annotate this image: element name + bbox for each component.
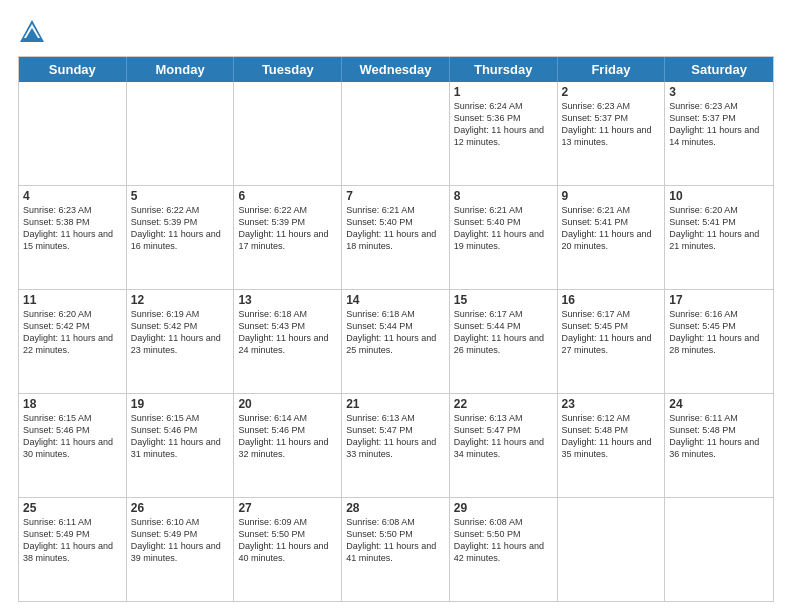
day-number: 18 <box>23 397 122 411</box>
day-number: 14 <box>346 293 445 307</box>
day-number: 7 <box>346 189 445 203</box>
cal-header-tuesday: Tuesday <box>234 57 342 82</box>
cal-day-16: 16Sunrise: 6:17 AM Sunset: 5:45 PM Dayli… <box>558 290 666 393</box>
day-info: Sunrise: 6:21 AM Sunset: 5:40 PM Dayligh… <box>454 204 553 253</box>
cal-header-monday: Monday <box>127 57 235 82</box>
cal-day-2: 2Sunrise: 6:23 AM Sunset: 5:37 PM Daylig… <box>558 82 666 185</box>
cal-day-6: 6Sunrise: 6:22 AM Sunset: 5:39 PM Daylig… <box>234 186 342 289</box>
day-number: 29 <box>454 501 553 515</box>
logo <box>18 18 50 46</box>
cal-day-25: 25Sunrise: 6:11 AM Sunset: 5:49 PM Dayli… <box>19 498 127 601</box>
day-number: 5 <box>131 189 230 203</box>
cal-header-wednesday: Wednesday <box>342 57 450 82</box>
day-number: 10 <box>669 189 769 203</box>
cal-day-10: 10Sunrise: 6:20 AM Sunset: 5:41 PM Dayli… <box>665 186 773 289</box>
cal-day-8: 8Sunrise: 6:21 AM Sunset: 5:40 PM Daylig… <box>450 186 558 289</box>
cal-empty <box>665 498 773 601</box>
day-number: 2 <box>562 85 661 99</box>
day-number: 12 <box>131 293 230 307</box>
day-info: Sunrise: 6:13 AM Sunset: 5:47 PM Dayligh… <box>346 412 445 461</box>
cal-week-1: 1Sunrise: 6:24 AM Sunset: 5:36 PM Daylig… <box>19 82 773 186</box>
cal-week-2: 4Sunrise: 6:23 AM Sunset: 5:38 PM Daylig… <box>19 186 773 290</box>
day-info: Sunrise: 6:14 AM Sunset: 5:46 PM Dayligh… <box>238 412 337 461</box>
cal-day-15: 15Sunrise: 6:17 AM Sunset: 5:44 PM Dayli… <box>450 290 558 393</box>
day-info: Sunrise: 6:08 AM Sunset: 5:50 PM Dayligh… <box>346 516 445 565</box>
cal-empty <box>558 498 666 601</box>
day-number: 25 <box>23 501 122 515</box>
cal-day-13: 13Sunrise: 6:18 AM Sunset: 5:43 PM Dayli… <box>234 290 342 393</box>
day-number: 3 <box>669 85 769 99</box>
day-number: 11 <box>23 293 122 307</box>
cal-day-18: 18Sunrise: 6:15 AM Sunset: 5:46 PM Dayli… <box>19 394 127 497</box>
day-number: 24 <box>669 397 769 411</box>
cal-day-11: 11Sunrise: 6:20 AM Sunset: 5:42 PM Dayli… <box>19 290 127 393</box>
cal-day-9: 9Sunrise: 6:21 AM Sunset: 5:41 PM Daylig… <box>558 186 666 289</box>
cal-day-29: 29Sunrise: 6:08 AM Sunset: 5:50 PM Dayli… <box>450 498 558 601</box>
day-info: Sunrise: 6:23 AM Sunset: 5:38 PM Dayligh… <box>23 204 122 253</box>
cal-week-3: 11Sunrise: 6:20 AM Sunset: 5:42 PM Dayli… <box>19 290 773 394</box>
day-number: 22 <box>454 397 553 411</box>
day-info: Sunrise: 6:24 AM Sunset: 5:36 PM Dayligh… <box>454 100 553 149</box>
day-number: 4 <box>23 189 122 203</box>
cal-day-22: 22Sunrise: 6:13 AM Sunset: 5:47 PM Dayli… <box>450 394 558 497</box>
day-info: Sunrise: 6:13 AM Sunset: 5:47 PM Dayligh… <box>454 412 553 461</box>
day-info: Sunrise: 6:22 AM Sunset: 5:39 PM Dayligh… <box>131 204 230 253</box>
day-number: 20 <box>238 397 337 411</box>
day-number: 16 <box>562 293 661 307</box>
day-info: Sunrise: 6:21 AM Sunset: 5:40 PM Dayligh… <box>346 204 445 253</box>
day-number: 23 <box>562 397 661 411</box>
day-info: Sunrise: 6:10 AM Sunset: 5:49 PM Dayligh… <box>131 516 230 565</box>
day-number: 6 <box>238 189 337 203</box>
page-header <box>18 18 774 46</box>
cal-day-1: 1Sunrise: 6:24 AM Sunset: 5:36 PM Daylig… <box>450 82 558 185</box>
cal-day-7: 7Sunrise: 6:21 AM Sunset: 5:40 PM Daylig… <box>342 186 450 289</box>
day-info: Sunrise: 6:11 AM Sunset: 5:48 PM Dayligh… <box>669 412 769 461</box>
day-info: Sunrise: 6:12 AM Sunset: 5:48 PM Dayligh… <box>562 412 661 461</box>
day-number: 1 <box>454 85 553 99</box>
day-info: Sunrise: 6:09 AM Sunset: 5:50 PM Dayligh… <box>238 516 337 565</box>
day-info: Sunrise: 6:17 AM Sunset: 5:45 PM Dayligh… <box>562 308 661 357</box>
cal-day-24: 24Sunrise: 6:11 AM Sunset: 5:48 PM Dayli… <box>665 394 773 497</box>
day-number: 8 <box>454 189 553 203</box>
day-info: Sunrise: 6:18 AM Sunset: 5:43 PM Dayligh… <box>238 308 337 357</box>
day-info: Sunrise: 6:18 AM Sunset: 5:44 PM Dayligh… <box>346 308 445 357</box>
cal-empty <box>19 82 127 185</box>
cal-day-14: 14Sunrise: 6:18 AM Sunset: 5:44 PM Dayli… <box>342 290 450 393</box>
day-info: Sunrise: 6:21 AM Sunset: 5:41 PM Dayligh… <box>562 204 661 253</box>
day-info: Sunrise: 6:19 AM Sunset: 5:42 PM Dayligh… <box>131 308 230 357</box>
cal-week-4: 18Sunrise: 6:15 AM Sunset: 5:46 PM Dayli… <box>19 394 773 498</box>
day-info: Sunrise: 6:08 AM Sunset: 5:50 PM Dayligh… <box>454 516 553 565</box>
day-info: Sunrise: 6:15 AM Sunset: 5:46 PM Dayligh… <box>23 412 122 461</box>
cal-week-5: 25Sunrise: 6:11 AM Sunset: 5:49 PM Dayli… <box>19 498 773 601</box>
day-info: Sunrise: 6:20 AM Sunset: 5:41 PM Dayligh… <box>669 204 769 253</box>
day-number: 19 <box>131 397 230 411</box>
calendar: SundayMondayTuesdayWednesdayThursdayFrid… <box>18 56 774 602</box>
cal-day-26: 26Sunrise: 6:10 AM Sunset: 5:49 PM Dayli… <box>127 498 235 601</box>
day-info: Sunrise: 6:22 AM Sunset: 5:39 PM Dayligh… <box>238 204 337 253</box>
logo-icon <box>18 18 46 46</box>
cal-header-saturday: Saturday <box>665 57 773 82</box>
day-number: 28 <box>346 501 445 515</box>
day-info: Sunrise: 6:20 AM Sunset: 5:42 PM Dayligh… <box>23 308 122 357</box>
cal-header-sunday: Sunday <box>19 57 127 82</box>
cal-empty <box>127 82 235 185</box>
cal-day-12: 12Sunrise: 6:19 AM Sunset: 5:42 PM Dayli… <box>127 290 235 393</box>
calendar-header-row: SundayMondayTuesdayWednesdayThursdayFrid… <box>19 57 773 82</box>
day-number: 17 <box>669 293 769 307</box>
day-info: Sunrise: 6:11 AM Sunset: 5:49 PM Dayligh… <box>23 516 122 565</box>
cal-day-23: 23Sunrise: 6:12 AM Sunset: 5:48 PM Dayli… <box>558 394 666 497</box>
cal-day-4: 4Sunrise: 6:23 AM Sunset: 5:38 PM Daylig… <box>19 186 127 289</box>
cal-header-thursday: Thursday <box>450 57 558 82</box>
day-info: Sunrise: 6:15 AM Sunset: 5:46 PM Dayligh… <box>131 412 230 461</box>
calendar-page: SundayMondayTuesdayWednesdayThursdayFrid… <box>0 0 792 612</box>
day-info: Sunrise: 6:16 AM Sunset: 5:45 PM Dayligh… <box>669 308 769 357</box>
calendar-body: 1Sunrise: 6:24 AM Sunset: 5:36 PM Daylig… <box>19 82 773 601</box>
day-info: Sunrise: 6:23 AM Sunset: 5:37 PM Dayligh… <box>562 100 661 149</box>
cal-day-21: 21Sunrise: 6:13 AM Sunset: 5:47 PM Dayli… <box>342 394 450 497</box>
day-number: 13 <box>238 293 337 307</box>
cal-header-friday: Friday <box>558 57 666 82</box>
day-number: 26 <box>131 501 230 515</box>
cal-empty <box>342 82 450 185</box>
cal-day-27: 27Sunrise: 6:09 AM Sunset: 5:50 PM Dayli… <box>234 498 342 601</box>
day-number: 15 <box>454 293 553 307</box>
